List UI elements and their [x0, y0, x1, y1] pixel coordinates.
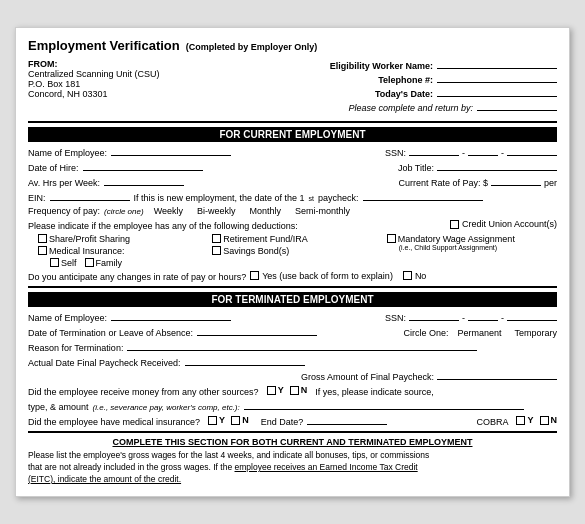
other-n-checkbox[interactable] [290, 386, 299, 395]
eligibility-section: Eligibility Worker Name: Telephone #: To… [298, 59, 558, 115]
from-label: FROM: [28, 59, 58, 69]
term-ssn-field2[interactable] [468, 311, 498, 321]
ssn-field3[interactable] [507, 146, 557, 156]
end-date-label: End Date? [261, 417, 304, 427]
footer-line2: that are not already included in the gro… [28, 462, 418, 472]
ssn-dash2: - [501, 148, 504, 158]
footer-title: COMPLETE THIS SECTION FOR BOTH CURRENT A… [28, 437, 557, 447]
eligibility-row: Eligibility Worker Name: [298, 59, 558, 71]
freq-label: Frequency of pay: [28, 206, 100, 216]
paycheck-row: Actual Date Final Paycheck Received: Gro… [28, 356, 557, 382]
hire-jobtitle-row: Date of Hire: Job Title: [28, 161, 557, 173]
terminated-employment-header: FOR TERMINATED EMPLOYMENT [28, 292, 557, 307]
other-y-label: Y [278, 385, 284, 395]
current-name-field[interactable] [111, 146, 231, 156]
ein-row: EIN: If this is new employment, the date… [28, 191, 557, 203]
retirement-item: Retirement Fund/IRA [212, 234, 382, 244]
medical-label: Medical Insurance: [49, 246, 125, 256]
insurance-row: Did the employee have medical insurance?… [28, 415, 557, 427]
hrs-rate-row: Av. Hrs per Week: Current Rate of Pay: $… [28, 176, 557, 188]
eligibility-field[interactable] [437, 59, 557, 69]
paycheck-date-field[interactable] [185, 356, 305, 366]
termination-label: Date of Termination or Leave of Absence: [28, 328, 193, 338]
footer-divider [28, 431, 557, 433]
freq-semimonthly: Semi-monthly [295, 206, 350, 216]
term-ssn-field3[interactable] [507, 311, 557, 321]
job-field[interactable] [437, 161, 557, 171]
termination-field[interactable] [197, 326, 317, 336]
medical-checkbox[interactable] [38, 246, 47, 255]
ssn-field1[interactable] [409, 146, 459, 156]
rate-suffix: per [544, 178, 557, 188]
today-row: Today's Date: [298, 87, 558, 99]
term-ssn-label: SSN: [385, 313, 406, 323]
today-label: Today's Date: [375, 89, 433, 99]
today-field[interactable] [437, 87, 557, 97]
ins-n-label: N [242, 415, 249, 425]
job-label: Job Title: [398, 163, 434, 173]
freq-monthly: Monthly [249, 206, 281, 216]
savings-checkbox[interactable] [212, 246, 221, 255]
savings-item: Savings Bond(s) [212, 246, 382, 256]
mandatory-checkbox[interactable] [387, 234, 396, 243]
credit-union-checkbox[interactable] [450, 220, 459, 229]
type-sub: (i.e., severance pay, worker's comp, etc… [93, 403, 240, 412]
ein-field[interactable] [50, 191, 130, 201]
circle-label: Circle One: [403, 328, 448, 338]
no-label: No [415, 271, 427, 281]
header-divider [28, 121, 557, 123]
hire-field[interactable] [83, 161, 203, 171]
temporary-label: Temporary [514, 328, 557, 338]
cobra-y-checkbox[interactable] [516, 416, 525, 425]
term-ssn-dash2: - [501, 313, 504, 323]
telephone-field[interactable] [437, 73, 557, 83]
type-field[interactable] [244, 400, 524, 410]
ins-n-checkbox[interactable] [231, 416, 240, 425]
savings-label: Savings Bond(s) [223, 246, 289, 256]
current-employment-header: FOR CURRENT EMPLOYMENT [28, 127, 557, 142]
paycheck-label: Actual Date Final Paycheck Received: [28, 358, 181, 368]
reason-field[interactable] [127, 341, 477, 351]
other-label: Did the employee receive money from any … [28, 387, 259, 397]
ins-y-checkbox[interactable] [208, 416, 217, 425]
new-emp-suffix: paycheck: [318, 193, 359, 203]
family-label: Family [96, 258, 123, 268]
end-date-field[interactable] [307, 415, 387, 425]
term-ssn-dash1: - [462, 313, 465, 323]
form-title: Employment Verification [28, 38, 180, 53]
retirement-checkbox[interactable] [212, 234, 221, 243]
self-label: Self [61, 258, 77, 268]
footer-text1: Please list the employee's gross wages f… [28, 450, 557, 486]
term-ssn-field1[interactable] [409, 311, 459, 321]
cobra-n-checkbox[interactable] [540, 416, 549, 425]
yes-checkbox[interactable] [250, 271, 259, 280]
share-profit-checkbox[interactable] [38, 234, 47, 243]
other-y-checkbox[interactable] [267, 386, 276, 395]
return-field[interactable] [477, 101, 557, 111]
eligibility-label: Eligibility Worker Name: [330, 61, 433, 71]
gross-field[interactable] [437, 370, 557, 380]
no-checkbox[interactable] [403, 271, 412, 280]
self-item: Self [50, 258, 77, 268]
footer-section: COMPLETE THIS SECTION FOR BOTH CURRENT A… [28, 437, 557, 486]
return-label: Please complete and return by: [348, 103, 473, 113]
family-checkbox[interactable] [85, 258, 94, 267]
hire-label: Date of Hire: [28, 163, 79, 173]
col3: Mandatory Wage Assignment (i.e., Child S… [387, 234, 557, 268]
mandatory-item: Mandatory Wage Assignment [387, 234, 557, 244]
rate-field[interactable] [491, 176, 541, 186]
self-checkbox[interactable] [50, 258, 59, 267]
cobra-label: COBRA [476, 417, 508, 427]
first-paycheck-field[interactable] [363, 191, 483, 201]
cobra-y-label: Y [527, 415, 533, 425]
ssn-field2[interactable] [468, 146, 498, 156]
footer-line3: (EITC), indicate the amount of the credi… [28, 474, 181, 484]
hrs-field[interactable] [104, 176, 184, 186]
type-row: type, & amount (i.e., severance pay, wor… [28, 400, 557, 412]
col2: Retirement Fund/IRA Savings Bond(s) [212, 234, 382, 268]
col1: Share/Profit Sharing Medical Insurance: … [38, 234, 208, 268]
share-profit-item: Share/Profit Sharing [38, 234, 208, 244]
term-name-field[interactable] [111, 311, 231, 321]
form-header: FROM: Centralized Scanning Unit (CSU) P.… [28, 59, 557, 115]
permanent-label: Permanent [457, 328, 501, 338]
